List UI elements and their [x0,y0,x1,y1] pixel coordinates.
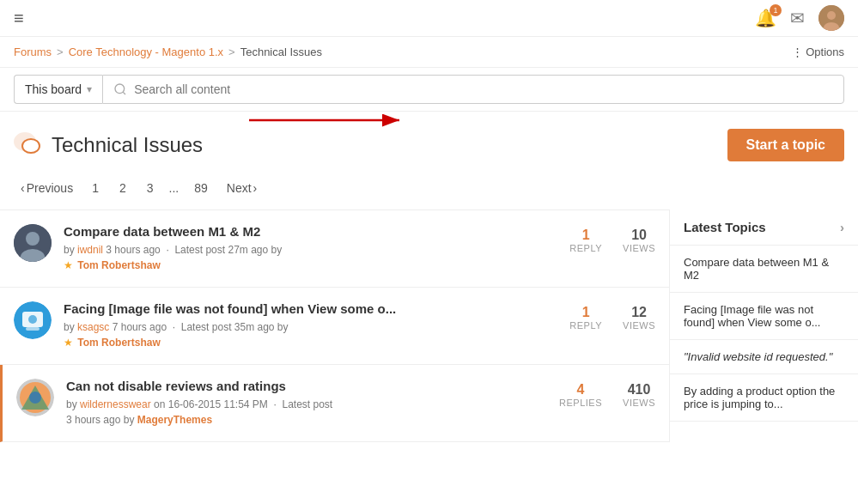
replies-stat: 1 REPLY [569,228,602,253]
board-selector[interactable]: This board ▾ [14,75,102,104]
forum-icon [14,131,41,161]
svg-rect-15 [26,327,40,331]
star-icon: ★ [64,259,73,271]
replies-stat: 4 REPLIES [559,382,602,408]
search-input[interactable] [134,82,833,96]
views-label: VIEWS [623,320,655,331]
breadcrumb: Forums > Core Technology - Magento 1.x >… [0,37,858,67]
chevron-left-icon: ‹ [21,181,25,195]
top-bar: ≡ 🔔 1 ✉ [0,0,858,37]
replies-label: REPLY [569,243,602,253]
topic-title[interactable]: Facing [Image file was not found] when V… [64,301,557,316]
search-bar-row: This board ▾ [0,67,858,112]
breadcrumb-forums[interactable]: Forums [14,46,52,58]
chevron-right-icon: › [840,220,844,234]
sidebar: Latest Topics › Compare data between M1 … [669,209,858,442]
sidebar-title: Latest Topics [684,220,766,234]
board-selector-label: This board [25,82,82,96]
start-topic-button[interactable]: Start a topic [727,129,844,161]
page-title: Technical Issues [52,133,203,157]
replies-label: REPLY [569,320,602,331]
svg-point-19 [29,392,41,404]
page-header: Technical Issues Start a topic [0,112,858,170]
page-89-button[interactable]: 89 [186,177,216,199]
page-2-button[interactable]: 2 [111,177,135,199]
topic-body: Compare data between M1 & M2 by iwdnil 3… [64,224,557,273]
previous-button[interactable]: ‹ Previous [14,177,80,199]
page-header-wrapper: Technical Issues Start a topic [0,112,858,170]
list-item[interactable]: Compare data between M1 & M2 [670,246,858,293]
list-item[interactable]: By adding a product option the price is … [670,374,858,422]
menu-icon[interactable]: ≡ [14,9,24,28]
svg-point-1 [827,11,836,20]
breadcrumb-options[interactable]: ⋮ Options [792,46,844,58]
table-row: Facing [Image file was not found] when V… [0,288,669,365]
page-1-button[interactable]: 1 [83,177,107,199]
sidebar-topic-1: Compare data between M1 & M2 [684,256,829,282]
star-icon: ★ [64,337,73,349]
author-link[interactable]: ksagsc [77,321,109,333]
replies-stat: 1 REPLY [569,305,602,331]
responder-link[interactable]: MageryThemes [137,414,212,426]
search-icon [113,82,127,96]
top-bar-right: 🔔 1 ✉ [755,5,844,31]
sidebar-topic-4: By adding a product option the price is … [684,385,835,410]
sidebar-header: Latest Topics › [670,209,858,246]
views-stat: 12 VIEWS [623,305,655,331]
topic-stats: 1 REPLY 12 VIEWS [569,301,655,331]
topic-body: Facing [Image file was not found] when V… [64,301,557,350]
avatar [16,379,54,416]
notification-badge: 1 [770,4,782,16]
sidebar-topic-2: Facing [Image file was not found] when V… [684,303,820,329]
views-stat: 10 VIEWS [623,228,655,253]
topic-body: Can not disable reviews and ratings by w… [66,379,547,428]
notifications-icon[interactable]: 🔔 1 [755,8,776,28]
topic-title[interactable]: Compare data between M1 & M2 [64,224,557,239]
main-content: Compare data between M1 & M2 by iwdnil 3… [0,209,858,442]
topic-meta: by iwdnil 3 hours ago · Latest post 27m … [64,242,557,258]
views-count: 10 [623,228,655,243]
svg-point-10 [26,232,40,246]
page-3-button[interactable]: 3 [138,177,162,199]
svg-line-4 [123,92,125,94]
responder-link[interactable]: Tom Robertshaw [77,337,160,349]
svg-point-14 [28,315,37,324]
topic-title[interactable]: Can not disable reviews and ratings [66,379,547,393]
breadcrumb-core-tech[interactable]: Core Technology - Magento 1.x [69,46,223,58]
topic-meta-2: 3 hours ago by MageryThemes [66,412,547,428]
breadcrumb-sep1: > [57,46,64,58]
svg-point-3 [115,84,125,94]
pagination-dots: ... [166,177,183,199]
author-link[interactable]: wildernesswear [80,398,151,410]
table-row: Can not disable reviews and ratings by w… [0,365,669,442]
responder-link[interactable]: Tom Robertshaw [77,259,160,271]
pagination-row: ‹ Previous 1 2 3 ... 89 Next › [0,170,858,209]
topic-meta: by ksagsc 7 hours ago · Latest post 35m … [64,319,557,335]
list-item[interactable]: Facing [Image file was not found] when V… [670,293,858,340]
breadcrumb-sep2: > [228,46,235,58]
author-link[interactable]: iwdnil [77,244,103,256]
topic-responder: ★ Tom Robertshaw [64,258,557,273]
list-item[interactable]: "Invalid website id requested." [670,340,858,374]
search-container [102,75,844,104]
views-count: 410 [623,382,655,398]
replies-label: REPLIES [559,398,602,408]
avatar [14,224,52,262]
next-button[interactable]: Next › [220,177,264,199]
views-label: VIEWS [623,243,655,253]
replies-count: 1 [569,228,602,243]
views-stat: 410 VIEWS [623,382,655,408]
avatar[interactable] [818,5,844,31]
views-label: VIEWS [623,398,655,408]
views-count: 12 [623,305,655,320]
topic-meta: by wildernesswear on 16-06-2015 11:54 PM… [66,397,547,412]
topic-stats: 1 REPLY 10 VIEWS [569,224,655,253]
chevron-right-icon: › [253,181,258,195]
sidebar-topic-3: "Invalid website id requested." [684,350,832,363]
replies-count: 1 [569,305,602,320]
topic-responder: ★ Tom Robertshaw [64,335,557,350]
table-row: Compare data between M1 & M2 by iwdnil 3… [0,210,669,288]
page-title-area: Technical Issues [14,131,203,161]
topic-stats: 4 REPLIES 410 VIEWS [559,379,655,408]
messages-icon[interactable]: ✉ [790,8,805,28]
